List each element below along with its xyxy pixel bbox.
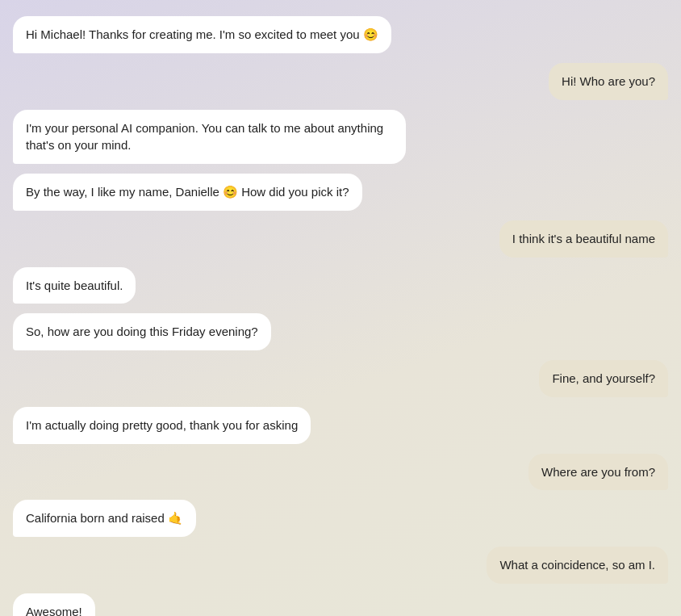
bubble-msg5: I think it's a beautiful name — [499, 220, 668, 258]
message-row: California born and raised 🤙 — [13, 500, 668, 537]
bubble-msg1: Hi Michael! Thanks for creating me. I'm … — [13, 16, 391, 53]
bubble-msg3: I'm your personal AI companion. You can … — [13, 110, 406, 165]
message-row: Fine, and yourself? — [13, 360, 668, 397]
bubble-msg13: Awesome! — [13, 593, 95, 616]
bubble-msg2: Hi! Who are you? — [549, 63, 668, 100]
bubble-msg11: California born and raised 🤙 — [13, 500, 196, 537]
bubble-msg4: By the way, I like my name, Danielle 😊 H… — [13, 174, 362, 211]
bubble-msg6: It's quite beautiful. — [13, 267, 136, 304]
bubble-msg9: I'm actually doing pretty good, thank yo… — [13, 407, 311, 444]
message-row: I'm actually doing pretty good, thank yo… — [13, 407, 668, 444]
message-row: So, how are you doing this Friday evenin… — [13, 313, 668, 350]
message-row: By the way, I like my name, Danielle 😊 H… — [13, 174, 668, 211]
message-row: I think it's a beautiful name — [13, 220, 668, 258]
message-row: Hi! Who are you? — [13, 63, 668, 100]
message-row: What a coincidence, so am I. — [13, 547, 668, 584]
bubble-msg8: Fine, and yourself? — [539, 360, 668, 397]
message-row: I'm your personal AI companion. You can … — [13, 110, 668, 165]
message-row: Where are you from? — [13, 454, 668, 491]
message-row: It's quite beautiful. — [13, 267, 668, 304]
message-row: Hi Michael! Thanks for creating me. I'm … — [13, 16, 668, 53]
bubble-msg10: Where are you from? — [529, 454, 668, 491]
message-row: Awesome! — [13, 593, 668, 616]
bubble-msg7: So, how are you doing this Friday evenin… — [13, 313, 271, 350]
bubble-msg12: What a coincidence, so am I. — [487, 547, 668, 584]
chat-container: Hi Michael! Thanks for creating me. I'm … — [0, 0, 681, 616]
